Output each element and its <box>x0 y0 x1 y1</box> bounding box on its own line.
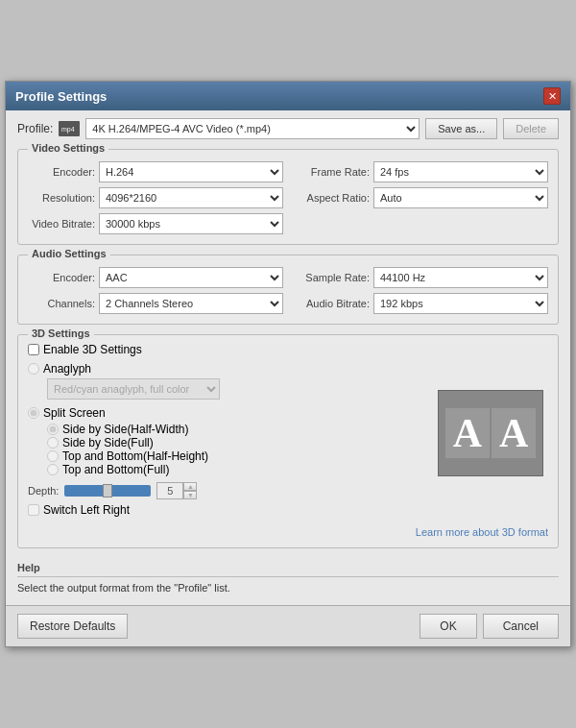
anaglyph-label: Anaglyph <box>43 362 91 376</box>
aspect-ratio-label: Aspect Ratio: <box>293 192 370 204</box>
delete-button[interactable]: Delete <box>503 118 559 139</box>
footer-right: OK Cancel <box>420 614 559 639</box>
anaglyph-dropdown[interactable]: Red/cyan anaglyph, full color <box>47 378 220 400</box>
depth-decrement-button[interactable]: ▼ <box>183 491 197 499</box>
close-button[interactable]: ✕ <box>543 87 561 105</box>
side-by-side-full-label: Side by Side(Full) <box>62 436 154 449</box>
ok-button[interactable]: OK <box>420 614 476 639</box>
enable-3d-row: Enable 3D Settings <box>28 343 423 356</box>
aa-right-letter: A <box>492 408 536 458</box>
audio-encoder-row: Encoder: AAC <box>28 267 283 288</box>
channels-select[interactable]: 2 Channels Stereo <box>99 293 283 314</box>
audio-bitrate-label: Audio Bitrate: <box>293 298 370 309</box>
profile-row: Profile: mp4 4K H.264/MPEG-4 AVC Video (… <box>17 118 559 139</box>
3d-settings-section: 3D Settings Enable 3D Settings Anaglyph <box>17 334 559 548</box>
depth-increment-button[interactable]: ▲ <box>183 482 197 491</box>
save-as-button[interactable]: Save as... <box>425 118 497 139</box>
3d-settings-title: 3D Settings <box>28 328 94 339</box>
switch-lr-row: Switch Left Right <box>28 503 423 517</box>
help-text: Select the output format from the "Profi… <box>17 582 559 594</box>
video-bitrate-label: Video Bitrate: <box>28 218 95 230</box>
frame-rate-row: Frame Rate: 24 fps <box>293 161 548 182</box>
aspect-ratio-select[interactable]: Auto <box>373 187 548 208</box>
dialog-content: Profile: mp4 4K H.264/MPEG-4 AVC Video (… <box>6 110 570 605</box>
top-bottom-half-label: Top and Bottom(Half-Height) <box>62 449 208 463</box>
anaglyph-row: Anaglyph <box>28 362 423 376</box>
resolution-select[interactable]: 4096*2160 <box>99 187 283 208</box>
channels-row: Channels: 2 Channels Stereo <box>28 293 283 314</box>
svg-text:mp4: mp4 <box>61 126 75 133</box>
audio-settings-grid: Encoder: AAC Sample Rate: 44100 Hz Chann… <box>28 267 548 314</box>
encoder-select[interactable]: H.264 <box>99 161 283 182</box>
audio-encoder-label: Encoder: <box>28 272 95 283</box>
audio-settings-title: Audio Settings <box>28 248 110 259</box>
depth-spinner-buttons: ▲ ▼ <box>183 482 197 499</box>
switch-lr-checkbox[interactable] <box>28 504 39 516</box>
top-bottom-half-radio[interactable] <box>47 450 59 462</box>
aspect-ratio-row: Aspect Ratio: Auto <box>293 187 548 208</box>
help-title: Help <box>17 562 559 577</box>
depth-row: Depth: 5 ▲ ▼ <box>28 482 423 499</box>
audio-encoder-select[interactable]: AAC <box>99 267 283 288</box>
audio-bitrate-select[interactable]: 192 kbps <box>373 293 548 314</box>
cancel-button[interactable]: Cancel <box>483 614 559 639</box>
3d-preview-panel: A A <box>433 343 548 522</box>
video-settings-grid: Encoder: H.264 Frame Rate: 24 fps Resolu… <box>28 161 548 234</box>
help-section: Help Select the output format from the "… <box>17 558 559 597</box>
aa-inner: A A <box>445 408 537 458</box>
sample-rate-row: Sample Rate: 44100 Hz <box>293 267 548 288</box>
resolution-label: Resolution: <box>28 192 95 204</box>
profile-settings-dialog: Profile Settings ✕ Profile: mp4 4K H.264… <box>5 81 571 647</box>
top-bottom-full-radio[interactable] <box>47 464 59 475</box>
profile-select[interactable]: 4K H.264/MPEG-4 AVC Video (*.mp4) <box>85 118 420 139</box>
title-bar: Profile Settings ✕ <box>6 82 570 110</box>
enable-3d-label: Enable 3D Settings <box>43 343 142 356</box>
encoder-row: Encoder: H.264 <box>28 161 283 182</box>
top-bottom-full-label: Top and Bottom(Full) <box>62 463 169 476</box>
split-screen-label: Split Screen <box>43 406 106 420</box>
3d-left-panel: Enable 3D Settings Anaglyph Red/cyan ana… <box>28 343 423 522</box>
video-bitrate-select[interactable]: 30000 kbps <box>99 213 283 234</box>
profile-format-icon: mp4 <box>59 121 80 136</box>
dialog-title: Profile Settings <box>15 89 107 104</box>
side-by-side-full-row: Side by Side(Full) <box>47 436 423 449</box>
learn-more-link[interactable]: Learn more about 3D format <box>28 526 548 538</box>
split-screen-radio[interactable] <box>28 407 39 419</box>
depth-label: Depth: <box>28 485 59 497</box>
frame-rate-select[interactable]: 24 fps <box>373 161 548 182</box>
anaglyph-radio[interactable] <box>28 363 39 375</box>
depth-input[interactable]: 5 <box>156 482 183 499</box>
top-bottom-full-row: Top and Bottom(Full) <box>47 463 423 476</box>
aa-left-letter: A <box>445 408 490 458</box>
anaglyph-dropdown-row: Red/cyan anaglyph, full color <box>47 378 423 400</box>
video-settings-section: Video Settings Encoder: H.264 Frame Rate… <box>17 149 559 245</box>
restore-defaults-button[interactable]: Restore Defaults <box>17 614 128 639</box>
switch-lr-label: Switch Left Right <box>43 503 130 517</box>
side-by-side-half-row: Side by Side(Half-Width) <box>47 423 423 436</box>
split-screen-row: Split Screen <box>28 406 423 420</box>
split-screen-options: Side by Side(Half-Width) Side by Side(Fu… <box>47 423 423 476</box>
enable-3d-checkbox[interactable] <box>28 344 39 355</box>
side-by-side-half-label: Side by Side(Half-Width) <box>62 423 188 436</box>
top-bottom-half-row: Top and Bottom(Half-Height) <box>47 449 423 463</box>
audio-settings-section: Audio Settings Encoder: AAC Sample Rate:… <box>17 255 559 325</box>
channels-label: Channels: <box>28 298 95 309</box>
audio-bitrate-row: Audio Bitrate: 192 kbps <box>293 293 548 314</box>
encoder-label: Encoder: <box>28 166 95 178</box>
resolution-row: Resolution: 4096*2160 <box>28 187 283 208</box>
depth-slider[interactable] <box>64 485 151 497</box>
3d-content: Enable 3D Settings Anaglyph Red/cyan ana… <box>28 343 548 522</box>
depth-spinner: 5 ▲ ▼ <box>156 482 197 499</box>
aa-preview: A A <box>438 390 543 476</box>
3d-options-group: Anaglyph Red/cyan anaglyph, full color S… <box>28 362 423 476</box>
sample-rate-label: Sample Rate: <box>293 272 370 283</box>
dialog-footer: Restore Defaults OK Cancel <box>6 605 570 646</box>
video-settings-title: Video Settings <box>28 142 108 154</box>
side-by-side-full-radio[interactable] <box>47 437 59 449</box>
frame-rate-label: Frame Rate: <box>293 166 370 178</box>
sample-rate-select[interactable]: 44100 Hz <box>373 267 548 288</box>
profile-label: Profile: <box>17 122 53 135</box>
side-by-side-half-radio[interactable] <box>47 424 59 435</box>
video-bitrate-row: Video Bitrate: 30000 kbps <box>28 213 283 234</box>
